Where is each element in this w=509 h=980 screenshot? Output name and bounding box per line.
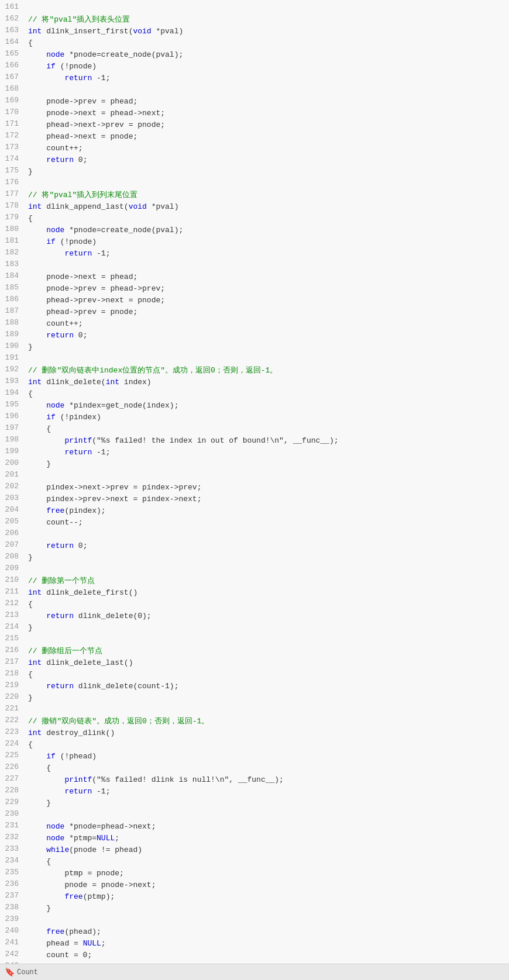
line-number: 187 bbox=[5, 306, 28, 315]
line-number: 188 bbox=[5, 318, 28, 327]
code-line: 161 bbox=[0, 2, 509, 14]
code-line: 222// 撤销"双向链表"。成功，返回0；否则，返回-1。 bbox=[0, 716, 509, 727]
code-line: 224{ bbox=[0, 739, 509, 751]
line-number: 237 bbox=[5, 891, 28, 900]
line-number: 169 bbox=[5, 96, 28, 105]
code-line: 173 count++; bbox=[0, 143, 509, 154]
line-number: 181 bbox=[5, 236, 28, 245]
line-content: if (!pindex) bbox=[28, 412, 504, 423]
line-content: // 撤销"双向链表"。成功，返回0；否则，返回-1。 bbox=[28, 716, 504, 727]
line-number: 175 bbox=[5, 166, 28, 175]
line-number: 217 bbox=[5, 657, 28, 666]
line-content: } bbox=[28, 622, 504, 634]
line-number: 206 bbox=[5, 529, 28, 537]
line-number: 178 bbox=[5, 201, 28, 210]
line-content: return -1; bbox=[28, 786, 504, 798]
line-number: 163 bbox=[5, 26, 28, 34]
line-number: 189 bbox=[5, 330, 28, 339]
code-line: 240 free(phead); bbox=[0, 926, 509, 938]
code-line: 163int dlink_insert_first(void *pval) bbox=[0, 26, 509, 37]
line-number: 193 bbox=[5, 377, 28, 385]
code-line: 196 if (!pindex) bbox=[0, 412, 509, 423]
code-line: 184 pnode->next = phead; bbox=[0, 271, 509, 283]
code-line: 172 phead->next = pnode; bbox=[0, 131, 509, 143]
code-line: 183 bbox=[0, 260, 509, 271]
code-line: 189 return 0; bbox=[0, 330, 509, 341]
line-number: 203 bbox=[5, 494, 28, 502]
line-number: 196 bbox=[5, 412, 28, 420]
line-number: 234 bbox=[5, 856, 28, 865]
line-number: 177 bbox=[5, 189, 28, 198]
code-line: 227 printf("%s failed! dlink is null!\n"… bbox=[0, 774, 509, 786]
line-content: { bbox=[28, 762, 504, 774]
line-content: int dlink_insert_first(void *pval) bbox=[28, 26, 504, 37]
line-number: 211 bbox=[5, 587, 28, 596]
line-content: printf("%s failed! the index in out of b… bbox=[28, 435, 504, 447]
code-line: 201 bbox=[0, 470, 509, 482]
line-content: // 将"pval"插入到表头位置 bbox=[28, 14, 504, 26]
line-content: return 0; bbox=[28, 154, 504, 166]
code-line: 162// 将"pval"插入到表头位置 bbox=[0, 14, 509, 26]
line-number: 224 bbox=[5, 739, 28, 748]
line-number: 230 bbox=[5, 809, 28, 818]
code-line: 186 phead->prev->next = pnode; bbox=[0, 295, 509, 306]
count-label: Count bbox=[17, 968, 38, 976]
code-line: 203 pindex->prev->next = pindex->next; bbox=[0, 494, 509, 505]
line-content: { bbox=[28, 213, 504, 225]
line-number: 219 bbox=[5, 681, 28, 689]
line-content: phead->next = pnode; bbox=[28, 131, 504, 143]
line-number: 171 bbox=[5, 119, 28, 128]
line-content: node *pnode=create_node(pval); bbox=[28, 49, 504, 61]
code-line: 208} bbox=[0, 552, 509, 564]
line-number: 239 bbox=[5, 915, 28, 923]
code-line: 168 bbox=[0, 84, 509, 96]
line-number: 238 bbox=[5, 903, 28, 912]
line-content: int destroy_dlink() bbox=[28, 727, 504, 739]
code-line: 238 } bbox=[0, 903, 509, 915]
line-number: 184 bbox=[5, 271, 28, 280]
line-content: // 删除组后一个节点 bbox=[28, 646, 504, 657]
line-content: // 将"pval"插入到列末尾位置 bbox=[28, 189, 504, 201]
code-line: 181 if (!pnode) bbox=[0, 236, 509, 248]
code-line: 193int dlink_delete(int index) bbox=[0, 377, 509, 388]
code-line: 219 return dlink_delete(count-1); bbox=[0, 681, 509, 692]
code-line: 176 bbox=[0, 178, 509, 189]
line-number: 233 bbox=[5, 844, 28, 853]
status-icon: 🔖 bbox=[5, 967, 15, 977]
code-line: 209 bbox=[0, 564, 509, 575]
code-line: 231 node *pnode=phead->next; bbox=[0, 821, 509, 833]
line-number: 182 bbox=[5, 248, 28, 257]
code-line: 192// 删除"双向链表中index位置的节点"。成功，返回0；否则，返回-1… bbox=[0, 365, 509, 377]
line-content: return 0; bbox=[28, 330, 504, 341]
line-content: if (!pnode) bbox=[28, 61, 504, 73]
line-number: 205 bbox=[5, 517, 28, 526]
code-line: 235 ptmp = pnode; bbox=[0, 868, 509, 879]
code-line: 229 } bbox=[0, 798, 509, 809]
line-content: while(pnode != phead) bbox=[28, 844, 504, 856]
line-content: return dlink_delete(0); bbox=[28, 610, 504, 622]
line-content: free(phead); bbox=[28, 926, 504, 938]
line-number: 185 bbox=[5, 283, 28, 292]
line-number: 195 bbox=[5, 400, 28, 409]
line-number: 202 bbox=[5, 482, 28, 491]
code-line: 171 phead->next->prev = pnode; bbox=[0, 119, 509, 131]
line-content: return -1; bbox=[28, 73, 504, 84]
line-content: pnode->prev = phead->prev; bbox=[28, 283, 504, 295]
code-line: 188 count++; bbox=[0, 318, 509, 330]
code-line: 225 if (!phead) bbox=[0, 751, 509, 762]
line-number: 172 bbox=[5, 131, 28, 140]
line-content: } bbox=[28, 798, 504, 809]
line-number: 173 bbox=[5, 143, 28, 151]
code-line: 233 while(pnode != phead) bbox=[0, 844, 509, 856]
line-content: int dlink_append_last(void *pval) bbox=[28, 201, 504, 213]
line-content: printf("%s failed! dlink is null!\n", __… bbox=[28, 774, 504, 786]
line-number: 215 bbox=[5, 634, 28, 643]
line-number: 161 bbox=[5, 2, 28, 11]
line-number: 183 bbox=[5, 260, 28, 268]
line-number: 232 bbox=[5, 833, 28, 841]
line-number: 216 bbox=[5, 646, 28, 654]
line-content: { bbox=[28, 388, 504, 400]
code-line: 178int dlink_append_last(void *pval) bbox=[0, 201, 509, 213]
code-line: 175} bbox=[0, 166, 509, 178]
code-line: 223int destroy_dlink() bbox=[0, 727, 509, 739]
